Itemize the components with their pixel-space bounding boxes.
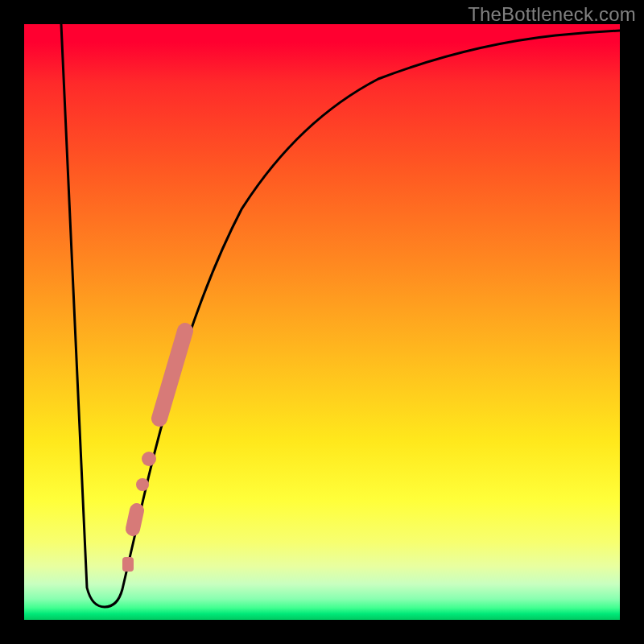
marker-dot-2: [136, 478, 149, 491]
bottleneck-curve: [61, 24, 620, 607]
marker-dot-1: [142, 452, 156, 466]
marker-capsule-small: [133, 510, 137, 529]
chart-container: TheBottleneck.com: [0, 0, 644, 644]
marker-rect-bottom: [122, 557, 134, 572]
watermark-text: TheBottleneck.com: [468, 3, 636, 26]
chart-svg: [24, 24, 620, 620]
plot-area: [24, 24, 620, 620]
marker-capsule-large: [159, 331, 185, 419]
